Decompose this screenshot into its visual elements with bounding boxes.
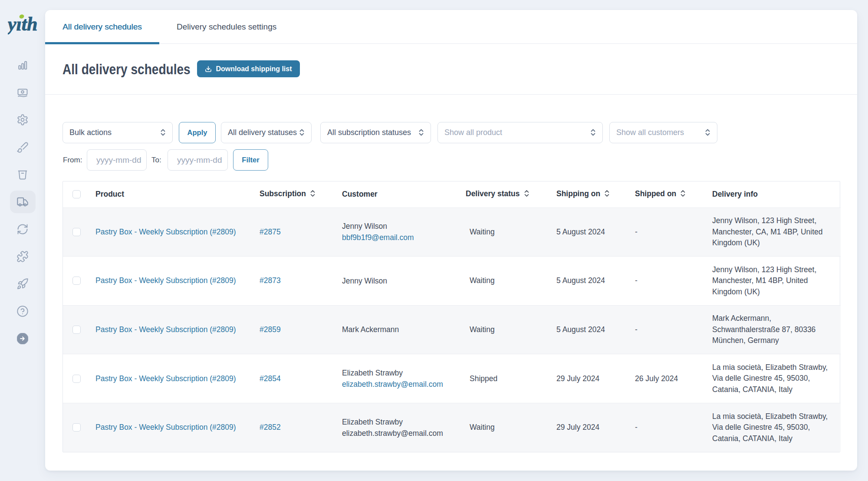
svg-text:yıth: yıth xyxy=(8,13,37,35)
